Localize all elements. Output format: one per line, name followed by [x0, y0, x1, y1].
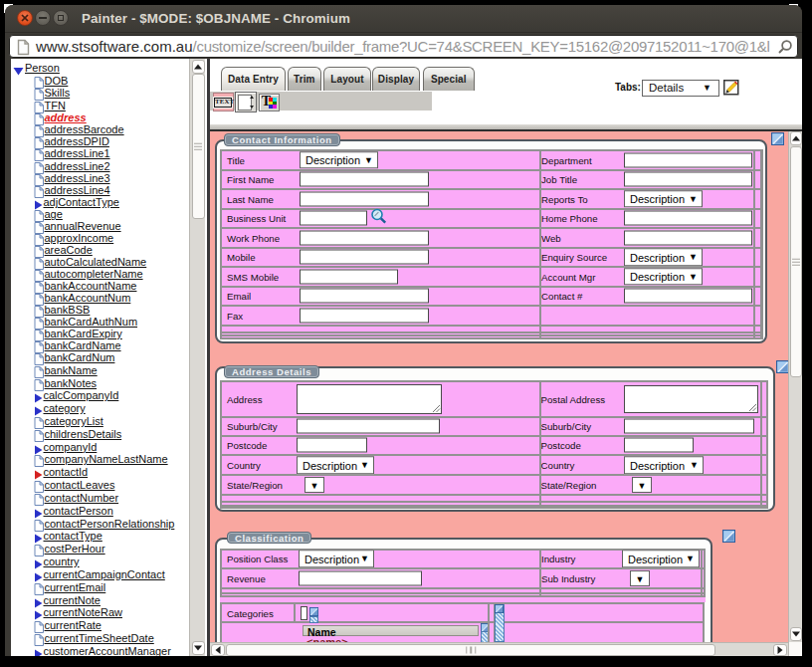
- tree-item-label[interactable]: companyNameLastName: [45, 453, 168, 465]
- tree-item[interactable]: address: [34, 111, 87, 123]
- tree-scrollbar-thumb[interactable]: [192, 74, 205, 219]
- frame-vertical-scrollbar[interactable]: [788, 131, 802, 657]
- scroll-down-button[interactable]: [192, 641, 205, 655]
- tree-item[interactable]: companyId: [34, 441, 98, 453]
- tree-item-label[interactable]: addressBarcode: [45, 123, 124, 135]
- contact-row7-left-input[interactable]: [300, 289, 429, 304]
- tree-item-label[interactable]: DOB: [45, 75, 69, 87]
- tab-special[interactable]: Special: [423, 67, 476, 91]
- tree-item-label[interactable]: contactPerson: [44, 505, 113, 517]
- tree-item[interactable]: addressLine1: [34, 147, 110, 159]
- address-row0-left-textarea[interactable]: [297, 384, 442, 414]
- expand-triangle-icon[interactable]: [34, 645, 43, 656]
- frame-scrollbar-thumb[interactable]: [790, 146, 803, 377]
- tree-item[interactable]: childrensDetails: [34, 428, 122, 440]
- tree-item[interactable]: bankCardAuthNum: [34, 316, 138, 328]
- tree-item[interactable]: TFN: [34, 100, 66, 111]
- contact-row1-right-input[interactable]: [624, 172, 752, 187]
- tree-item[interactable]: contactType: [34, 530, 102, 542]
- contact-row2-left-input[interactable]: [300, 191, 429, 206]
- tree-item-label[interactable]: addressDPID: [45, 135, 109, 147]
- tree-item-label[interactable]: categoryList: [45, 415, 103, 427]
- tree-item[interactable]: autoCalculatedName: [34, 256, 147, 268]
- contact-row0-left-select[interactable]: Description▼: [300, 151, 378, 169]
- contact-row0-right-input[interactable]: [624, 152, 752, 167]
- address-row1-left-input[interactable]: [297, 419, 440, 434]
- tree-item-label[interactable]: addressLine3: [45, 172, 110, 184]
- tree-item[interactable]: companyNameLastName: [34, 453, 168, 465]
- tree-item[interactable]: contactPersonRelationship: [34, 518, 175, 530]
- tab-trim[interactable]: Trim: [288, 67, 322, 91]
- tree-item[interactable]: bankName: [34, 364, 98, 376]
- window-maximize-button[interactable]: [53, 10, 69, 26]
- tree-item-label[interactable]: bankName: [45, 364, 98, 376]
- tree-item[interactable]: addressLine3: [34, 172, 110, 184]
- tree-item[interactable]: contactId: [34, 466, 89, 478]
- tree-item-label[interactable]: calcCompanyId: [44, 389, 119, 401]
- tree-item-label[interactable]: Skills: [45, 87, 71, 99]
- classification-row1-right-select[interactable]: ▼: [630, 570, 650, 586]
- text-stamp-icon[interactable]: TEXT: [213, 93, 234, 111]
- tree-item-label[interactable]: currentEmail: [45, 581, 106, 593]
- frame-hscrollbar-thumb[interactable]: [226, 644, 715, 657]
- tree-item[interactable]: bankCardExpiry: [34, 328, 122, 339]
- tree-item[interactable]: bankNotes: [34, 377, 98, 389]
- tree-item-label[interactable]: adjContactType: [44, 196, 119, 208]
- tree-item-label[interactable]: companyId: [44, 441, 98, 453]
- tree-item-label[interactable]: bankCardAuthNum: [45, 316, 138, 328]
- tree-item[interactable]: bankCardName: [34, 339, 121, 351]
- collapse-triangle-icon[interactable]: [13, 62, 24, 80]
- contact-row4-left-input[interactable]: [300, 230, 429, 245]
- tree-item[interactable]: customerAccountManager: [34, 645, 171, 656]
- address-row2-right-input[interactable]: [624, 438, 694, 453]
- tree-item-label[interactable]: bankCardName: [45, 339, 121, 351]
- tree-item[interactable]: costPerHour: [34, 543, 105, 555]
- tree-item-label[interactable]: approxIncome: [45, 232, 114, 244]
- tree-item-label[interactable]: customerAccountManager: [44, 645, 171, 656]
- tab-layout[interactable]: Layout: [323, 67, 371, 91]
- tree-item-person[interactable]: Person: [13, 62, 60, 74]
- categories-edit-icon[interactable]: [309, 607, 318, 616]
- tree-item[interactable]: Skills: [34, 87, 71, 99]
- tree-item[interactable]: calcCompanyId: [34, 389, 119, 401]
- tree-item[interactable]: contactLeaves: [34, 479, 115, 491]
- tree-item[interactable]: approxIncome: [34, 232, 114, 244]
- text-color-icon[interactable]: T: [259, 94, 280, 111]
- tab-display[interactable]: Display: [372, 67, 420, 91]
- tree-item[interactable]: bankCardNum: [34, 351, 115, 363]
- tab-data-entry[interactable]: Data Entry: [221, 67, 286, 91]
- tree-item-label[interactable]: bankAccountName: [45, 280, 137, 292]
- tree-item[interactable]: autocompleterName: [34, 268, 143, 280]
- tree-item-label[interactable]: bankNotes: [45, 377, 98, 389]
- lookup-magnifier-icon[interactable]: [370, 208, 387, 229]
- scroll-left-button[interactable]: [211, 644, 225, 657]
- search-zoom-icon[interactable]: [777, 39, 793, 59]
- scroll-right-button[interactable]: [773, 644, 787, 657]
- tree-item-label[interactable]: category: [44, 402, 86, 414]
- contact-row5-left-input[interactable]: [300, 250, 429, 265]
- tree-item[interactable]: currentEmail: [34, 581, 106, 593]
- window-minimize-button[interactable]: [35, 10, 51, 26]
- tree-item[interactable]: addressLine2: [34, 160, 110, 172]
- tree-item[interactable]: currentNote: [34, 594, 101, 606]
- address-row4-right-select[interactable]: ▼: [632, 477, 652, 493]
- tree-item-label[interactable]: areaCode: [45, 244, 93, 256]
- frame-horizontal-scrollbar[interactable]: [210, 642, 788, 656]
- tree-item[interactable]: bankAccountName: [34, 280, 137, 292]
- tree-item[interactable]: addressBarcode: [34, 123, 124, 135]
- window-close-button[interactable]: [17, 10, 33, 26]
- tree-item-label[interactable]: currentRate: [45, 619, 102, 631]
- address-row3-right-select[interactable]: Description▼: [624, 456, 704, 474]
- contact-row4-right-input[interactable]: [624, 230, 752, 245]
- section-edit-icon[interactable]: [722, 530, 735, 543]
- classification-row1-left-input[interactable]: [299, 571, 422, 586]
- contact-row2-right-select[interactable]: Description▼: [624, 190, 703, 208]
- tree-item-label[interactable]: bankAccountNum: [45, 292, 131, 304]
- classification-row0-right-select[interactable]: Description▼: [622, 551, 700, 568]
- section-edit-icon[interactable]: [771, 132, 784, 145]
- url-bar[interactable]: www.stsoftware.com.au/customize/screen/b…: [9, 35, 798, 58]
- scroll-down-button[interactable]: [790, 627, 803, 641]
- categories-input[interactable]: [301, 606, 307, 620]
- tree-item[interactable]: adjContactType: [34, 196, 119, 208]
- contact-row6-right-select[interactable]: Description▼: [624, 268, 703, 286]
